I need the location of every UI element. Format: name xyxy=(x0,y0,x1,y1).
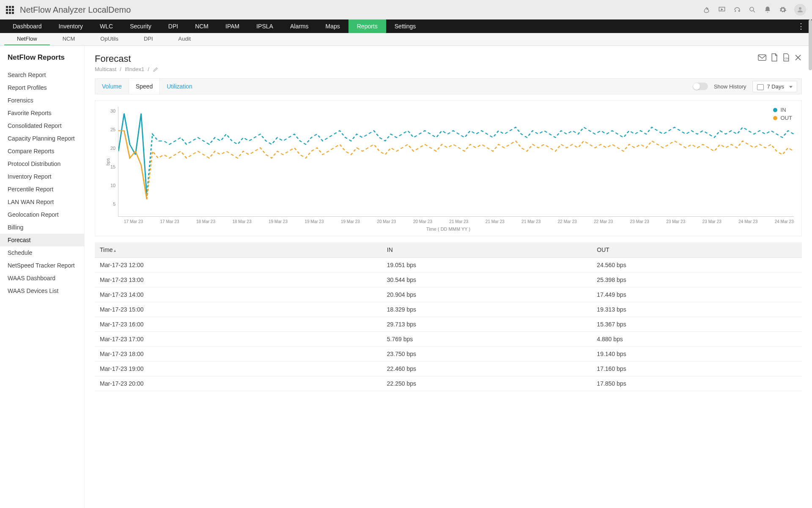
presentation-icon[interactable] xyxy=(718,6,726,14)
bell-icon[interactable] xyxy=(764,6,771,14)
svg-point-3 xyxy=(799,7,801,10)
subnav-dpi[interactable]: DPI xyxy=(131,33,166,45)
table-row: Mar-17-23 14:0020.904 bps17.449 bps xyxy=(95,287,802,302)
sidebar-title: NetFlow Reports xyxy=(0,53,84,69)
nav-dashboard[interactable]: Dashboard xyxy=(4,19,50,33)
nav-ipam[interactable]: IPAM xyxy=(217,19,248,33)
svg-point-2 xyxy=(750,7,754,11)
sidebar-item[interactable]: WAAS Dashboard xyxy=(0,272,84,284)
sidebar-item[interactable]: Forensics xyxy=(0,94,84,107)
table-row: Mar-17-23 13:0030.544 bps25.398 bps xyxy=(95,273,802,287)
close-icon[interactable] xyxy=(794,54,802,63)
nav-dpi[interactable]: DPI xyxy=(160,19,187,33)
chart-container: IN OUT bps 30252015105 17 Mar 2317 Mar 2… xyxy=(95,100,802,236)
col-in[interactable]: IN xyxy=(382,242,592,258)
scrollbar[interactable] xyxy=(809,19,812,70)
edit-icon[interactable] xyxy=(153,66,159,72)
show-history-toggle[interactable] xyxy=(693,83,708,90)
rocket-icon[interactable] xyxy=(703,6,710,14)
subnav-audit[interactable]: Audit xyxy=(166,33,204,45)
csv-export-icon[interactable]: CSV xyxy=(782,53,790,63)
nav-ipsla[interactable]: IPSLA xyxy=(248,19,282,33)
x-axis-ticks: 17 Mar 2317 Mar 2318 Mar 2318 Mar 2319 M… xyxy=(103,217,794,224)
sidebar-item[interactable]: Capacity Planning Report xyxy=(0,132,84,145)
col-out[interactable]: OUT xyxy=(592,242,802,258)
y-axis-ticks: 30252015105 xyxy=(110,107,118,217)
subnav-ncm[interactable]: NCM xyxy=(50,33,88,45)
crumb-multicast[interactable]: Multicast xyxy=(95,66,116,72)
table-row: Mar-17-23 20:0022.250 bps17.850 bps xyxy=(95,376,802,391)
sidebar-item[interactable]: Inventory Report xyxy=(0,170,84,183)
page-title: Forecast xyxy=(95,53,159,64)
col-time[interactable]: Time xyxy=(95,242,382,258)
nav-alarms[interactable]: Alarms xyxy=(282,19,317,33)
nav-inventory[interactable]: Inventory xyxy=(50,19,92,33)
nav-settings[interactable]: Settings xyxy=(386,19,425,33)
filter-bar: VolumeSpeedUtilization Show History 7 Da… xyxy=(95,78,802,94)
pdf-export-icon[interactable] xyxy=(771,53,778,63)
email-icon[interactable] xyxy=(758,54,766,62)
show-history-label: Show History xyxy=(714,83,746,90)
search-icon[interactable] xyxy=(749,6,756,14)
svg-rect-4 xyxy=(758,55,766,60)
table-row: Mar-17-23 16:0029.713 bps15.367 bps xyxy=(95,317,802,332)
sidebar-item[interactable]: WAAS Devices List xyxy=(0,284,84,297)
sidebar-item[interactable]: LAN WAN Report xyxy=(0,196,84,208)
sidebar-item[interactable]: Search Report xyxy=(0,69,84,81)
gear-icon[interactable] xyxy=(779,6,787,14)
app-title: NetFlow Analyzer LocalDemo xyxy=(20,5,131,15)
nav-wlc[interactable]: WLC xyxy=(91,19,121,33)
nav-ncm[interactable]: NCM xyxy=(187,19,217,33)
sidebar-item[interactable]: Schedule xyxy=(0,246,84,259)
sidebar-item[interactable]: Percentile Report xyxy=(0,183,84,196)
apps-grid-icon[interactable] xyxy=(6,6,14,14)
sidebar: NetFlow Reports Search ReportReport Prof… xyxy=(0,46,85,508)
chart-plot[interactable] xyxy=(118,107,794,217)
table-row: Mar-17-23 19:0022.460 bps17.160 bps xyxy=(95,362,802,376)
nav-reports[interactable]: Reports xyxy=(348,19,386,33)
content: Forecast Multicast/ IfIndex1/ CSV Volume… xyxy=(85,46,812,508)
nav-security[interactable]: Security xyxy=(121,19,160,33)
sidebar-item[interactable]: Forecast xyxy=(0,234,84,246)
table-row: Mar-17-23 15:0018.329 bps19.313 bps xyxy=(95,302,802,317)
nav-maps[interactable]: Maps xyxy=(317,19,348,33)
headset-icon[interactable] xyxy=(733,6,741,14)
svg-text:CSV: CSV xyxy=(785,57,789,60)
tab-volume[interactable]: Volume xyxy=(95,79,129,94)
data-table: TimeINOUT Mar-17-23 12:0019.051 bps24.56… xyxy=(95,242,802,391)
table-row: Mar-17-23 18:0023.750 bps19.140 bps xyxy=(95,347,802,362)
breadcrumb: Multicast/ IfIndex1/ xyxy=(95,66,159,72)
sidebar-item[interactable]: Report Profiles xyxy=(0,81,84,94)
topbar: NetFlow Analyzer LocalDemo xyxy=(0,0,812,19)
tab-utilization[interactable]: Utilization xyxy=(160,79,199,94)
sidebar-item[interactable]: NetSpeed Tracker Report xyxy=(0,259,84,272)
table-row: Mar-17-23 17:005.769 bps4.880 bps xyxy=(95,332,802,347)
sidebar-item[interactable]: Geolocation Report xyxy=(0,208,84,221)
sidebar-item[interactable]: Consolidated Report xyxy=(0,119,84,132)
subnav-oputils[interactable]: OpUtils xyxy=(88,33,131,45)
user-avatar-icon[interactable] xyxy=(794,4,806,16)
sidebar-item[interactable]: Billing xyxy=(0,221,84,234)
tab-speed[interactable]: Speed xyxy=(129,79,160,94)
date-range-select[interactable]: 7 Days xyxy=(752,81,797,92)
table-row: Mar-17-23 12:0019.051 bps24.560 bps xyxy=(95,258,802,273)
sidebar-item[interactable]: Favorite Reports xyxy=(0,107,84,119)
main-nav: DashboardInventoryWLCSecurityDPINCMIPAMI… xyxy=(0,19,812,33)
sidebar-item[interactable]: Protocol Distribution xyxy=(0,157,84,170)
y-axis-label: bps xyxy=(103,107,110,217)
x-axis-label: Time ( DD MMM YY ) xyxy=(103,226,794,232)
sidebar-item[interactable]: Compare Reports xyxy=(0,145,84,157)
sub-nav: NetFlowNCMOpUtilsDPIAudit xyxy=(0,33,812,46)
subnav-netflow[interactable]: NetFlow xyxy=(4,33,50,45)
crumb-ifindex[interactable]: IfIndex1 xyxy=(125,66,144,72)
more-menu-icon[interactable]: ⋮ xyxy=(795,22,808,31)
